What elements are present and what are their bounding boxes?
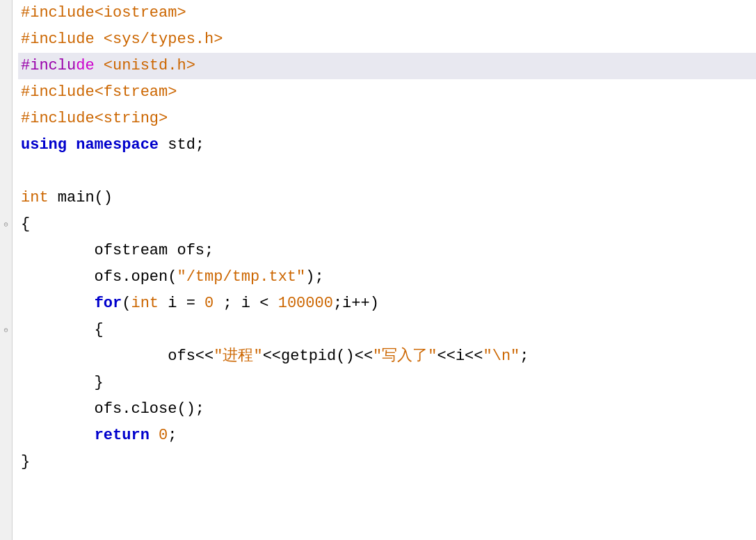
token-for: for [95, 291, 122, 317]
code-line-14: ofs<<"进程"<<getpid()<<"写入了"<<i<<"\n"; [18, 343, 756, 370]
gutter-13-collapse[interactable]: ⊝ [0, 317, 13, 343]
token: <<getpid()<< [263, 343, 373, 370]
gutter-4 [0, 79, 13, 106]
token: <iostream> [95, 0, 186, 26]
code-line-10: ofstream ofs; [18, 238, 756, 264]
token: <sys/types.h> [104, 26, 223, 53]
token: } [21, 449, 30, 475]
token [67, 132, 76, 158]
gutter-15 [0, 370, 13, 396]
token-int2: int [131, 291, 159, 317]
token-namespace: namespace [76, 132, 159, 158]
token: main() [49, 185, 113, 211]
token: <string> [95, 106, 168, 132]
token: #include [21, 79, 95, 106]
token: de [76, 53, 94, 79]
gutter-17 [0, 423, 13, 449]
code-line-8: int main() [18, 185, 756, 211]
token: #include [21, 106, 95, 132]
code-line-6: using namespace std; [18, 132, 756, 158]
code-line-9: { [18, 211, 756, 238]
gutter-8 [0, 185, 13, 211]
token: } [21, 370, 104, 396]
token-str2: "写入了" [373, 343, 437, 370]
gutter-1 [0, 0, 13, 26]
code-line-15: } [18, 370, 756, 396]
gutter-9-collapse[interactable]: ⊝ [0, 211, 13, 238]
token [21, 291, 95, 317]
gutter-10 [0, 238, 13, 264]
token: ofs.open( [21, 264, 177, 291]
token: i = [159, 291, 204, 317]
gutter-6 [0, 132, 13, 158]
token: ofstream ofs; [21, 238, 214, 264]
token: #inclu [21, 53, 76, 79]
token: ( [122, 291, 131, 317]
token: ); [305, 264, 323, 291]
gutter-12 [0, 291, 13, 317]
token-string: "/tmp/tmp.txt" [177, 264, 305, 291]
token-num: 0 [204, 291, 214, 317]
code-line-5: #include<string> [18, 106, 756, 132]
token-using: using [21, 132, 67, 158]
token-str1: "进程" [214, 343, 262, 370]
code-content[interactable]: #include<iostream> #include <sys/types.h… [13, 0, 756, 540]
gutter-3 [0, 53, 13, 79]
code-line-12: for(int i = 0 ; i < 100000;i++) [18, 291, 756, 317]
token: ofs.close(); [21, 396, 204, 423]
code-line-4: #include<fstream> [18, 79, 756, 106]
editor-gutter: ⊝ ⊝ [0, 0, 13, 540]
gutter-7 [0, 158, 13, 185]
gutter-5 [0, 106, 13, 132]
token: std; [159, 132, 204, 158]
code-line-11: ofs.open("/tmp/tmp.txt"); [18, 264, 756, 291]
token: <unistd.h> [95, 53, 195, 79]
token: { [21, 211, 30, 238]
token: <fstream> [95, 79, 177, 106]
token-str3: "\n" [483, 343, 520, 370]
token-zero: 0 [159, 423, 168, 449]
token: <<i<< [437, 343, 483, 370]
code-line-16: ofs.close(); [18, 396, 756, 423]
code-line-7 [18, 158, 756, 185]
token: ; [168, 423, 177, 449]
code-line-1: #include<iostream> [18, 0, 756, 26]
gutter-11 [0, 264, 13, 291]
gutter-14 [0, 343, 13, 370]
gutter-18 [0, 449, 13, 475]
code-line-13: { [18, 317, 756, 343]
gutter-16 [0, 396, 13, 423]
token-num2: 100000 [278, 291, 333, 317]
code-line-18: } [18, 449, 756, 475]
code-line-2: #include <sys/types.h> [18, 26, 756, 53]
gutter-2 [0, 26, 13, 53]
token: #include [21, 26, 104, 53]
token [150, 423, 159, 449]
token-return: return [95, 423, 150, 449]
token: { [21, 317, 104, 343]
token: #include [21, 0, 95, 26]
token: ; [520, 343, 529, 370]
token: ofs<< [21, 343, 214, 370]
code-line-17: return 0; [18, 423, 756, 449]
token: ;i++) [333, 291, 379, 317]
code-line-3: #include <unistd.h> [18, 53, 756, 79]
token-int: int [21, 185, 49, 211]
token: ; i < [214, 291, 278, 317]
token [21, 423, 95, 449]
code-editor: ⊝ ⊝ #include<iostream> #include <sys/typ… [0, 0, 756, 540]
